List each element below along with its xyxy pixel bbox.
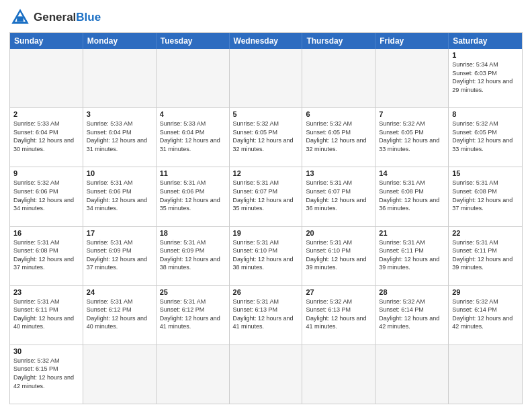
cal-cell-4-0: 23Sunrise: 5:31 AMSunset: 6:11 PMDayligh…: [10, 286, 83, 345]
header-monday: Monday: [83, 33, 157, 49]
cal-cell-0-1: [83, 49, 157, 107]
day-info: Sunrise: 5:31 AMSunset: 6:11 PMDaylight:…: [379, 238, 445, 272]
day-number: 20: [306, 229, 371, 237]
day-number: 2: [13, 110, 79, 118]
header-thursday: Thursday: [302, 33, 375, 49]
calendar-body: 1Sunrise: 5:34 AMSunset: 6:03 PMDaylight…: [10, 49, 522, 404]
day-info: Sunrise: 5:31 AMSunset: 6:10 PMDaylight:…: [306, 238, 371, 272]
day-info: Sunrise: 5:31 AMSunset: 6:08 PMDaylight:…: [379, 179, 445, 212]
day-number: 8: [452, 110, 519, 118]
cal-cell-0-2: [157, 49, 230, 107]
day-number: 5: [233, 110, 299, 118]
cal-cell-0-5: [375, 49, 449, 107]
cal-cell-5-5: [375, 345, 449, 404]
header-tuesday: Tuesday: [157, 33, 230, 49]
day-number: 21: [379, 229, 445, 237]
day-info: Sunrise: 5:31 AMSunset: 6:09 PMDaylight:…: [160, 238, 226, 272]
cal-cell-3-5: 21Sunrise: 5:31 AMSunset: 6:11 PMDayligh…: [375, 227, 449, 285]
week-row-5: 23Sunrise: 5:31 AMSunset: 6:11 PMDayligh…: [10, 286, 522, 345]
logo-icon: [9, 7, 31, 28]
cal-cell-2-6: 15Sunrise: 5:31 AMSunset: 6:08 PMDayligh…: [449, 167, 522, 226]
cal-cell-5-6: [449, 345, 522, 404]
day-number: 4: [160, 110, 226, 118]
cal-cell-1-3: 5Sunrise: 5:32 AMSunset: 6:05 PMDaylight…: [230, 108, 303, 167]
day-info: Sunrise: 5:32 AMSunset: 6:14 PMDaylight:…: [379, 298, 445, 331]
day-info: Sunrise: 5:31 AMSunset: 6:07 PMDaylight:…: [233, 179, 299, 212]
day-info: Sunrise: 5:31 AMSunset: 6:06 PMDaylight:…: [160, 179, 226, 212]
day-number: 12: [233, 169, 299, 177]
day-number: 6: [306, 110, 371, 118]
day-info: Sunrise: 5:31 AMSunset: 6:10 PMDaylight:…: [233, 238, 299, 272]
day-number: 11: [160, 169, 226, 177]
day-info: Sunrise: 5:31 AMSunset: 6:09 PMDaylight:…: [87, 238, 152, 272]
day-info: Sunrise: 5:32 AMSunset: 6:05 PMDaylight:…: [452, 120, 519, 153]
day-info: Sunrise: 5:32 AMSunset: 6:13 PMDaylight:…: [306, 298, 371, 331]
day-info: Sunrise: 5:31 AMSunset: 6:08 PMDaylight:…: [452, 179, 519, 212]
cal-cell-1-0: 2Sunrise: 5:33 AMSunset: 6:04 PMDaylight…: [10, 108, 83, 167]
cal-cell-3-6: 22Sunrise: 5:31 AMSunset: 6:11 PMDayligh…: [449, 227, 522, 285]
day-info: Sunrise: 5:33 AMSunset: 6:04 PMDaylight:…: [160, 120, 226, 153]
header-saturday: Saturday: [449, 33, 522, 49]
day-number: 29: [452, 288, 519, 296]
cal-cell-0-3: [230, 49, 303, 107]
week-row-1: 1Sunrise: 5:34 AMSunset: 6:03 PMDaylight…: [10, 49, 522, 108]
header: GeneralBlue: [9, 7, 523, 28]
day-number: 23: [13, 288, 79, 296]
day-number: 3: [87, 110, 152, 118]
day-info: Sunrise: 5:32 AMSunset: 6:05 PMDaylight:…: [233, 120, 299, 153]
day-info: Sunrise: 5:31 AMSunset: 6:07 PMDaylight:…: [306, 179, 371, 212]
day-number: 26: [233, 288, 299, 296]
day-number: 17: [87, 229, 152, 237]
cal-cell-0-4: [302, 49, 375, 107]
calendar-page: GeneralBlue Sunday Monday Tuesday Wednes…: [0, 0, 532, 411]
cal-cell-1-1: 3Sunrise: 5:33 AMSunset: 6:04 PMDaylight…: [83, 108, 157, 167]
cal-cell-5-1: [83, 345, 157, 404]
cal-cell-2-4: 13Sunrise: 5:31 AMSunset: 6:07 PMDayligh…: [302, 167, 375, 226]
cal-cell-4-4: 27Sunrise: 5:32 AMSunset: 6:13 PMDayligh…: [302, 286, 375, 345]
cal-cell-3-4: 20Sunrise: 5:31 AMSunset: 6:10 PMDayligh…: [302, 227, 375, 285]
day-number: 27: [306, 288, 371, 296]
cal-cell-4-6: 29Sunrise: 5:32 AMSunset: 6:14 PMDayligh…: [449, 286, 522, 345]
day-number: 9: [13, 169, 79, 177]
cal-cell-2-3: 12Sunrise: 5:31 AMSunset: 6:07 PMDayligh…: [230, 167, 303, 226]
calendar: Sunday Monday Tuesday Wednesday Thursday…: [9, 32, 523, 404]
calendar-header-row: Sunday Monday Tuesday Wednesday Thursday…: [10, 33, 522, 49]
day-number: 10: [87, 169, 152, 177]
day-number: 13: [306, 169, 371, 177]
week-row-4: 16Sunrise: 5:31 AMSunset: 6:08 PMDayligh…: [10, 227, 522, 286]
cal-cell-5-2: [157, 345, 230, 404]
day-info: Sunrise: 5:31 AMSunset: 6:11 PMDaylight:…: [13, 298, 79, 331]
day-info: Sunrise: 5:31 AMSunset: 6:11 PMDaylight:…: [452, 238, 519, 272]
day-number: 14: [379, 169, 445, 177]
cal-cell-1-5: 7Sunrise: 5:32 AMSunset: 6:05 PMDaylight…: [375, 108, 449, 167]
cal-cell-5-3: [230, 345, 303, 404]
day-info: Sunrise: 5:33 AMSunset: 6:04 PMDaylight:…: [87, 120, 152, 153]
day-info: Sunrise: 5:32 AMSunset: 6:05 PMDaylight:…: [379, 120, 445, 153]
day-info: Sunrise: 5:31 AMSunset: 6:08 PMDaylight:…: [13, 238, 79, 272]
cal-cell-1-6: 8Sunrise: 5:32 AMSunset: 6:05 PMDaylight…: [449, 108, 522, 167]
day-number: 15: [452, 169, 519, 177]
week-row-2: 2Sunrise: 5:33 AMSunset: 6:04 PMDaylight…: [10, 108, 522, 167]
logo-text: GeneralBlue: [34, 11, 101, 24]
day-info: Sunrise: 5:34 AMSunset: 6:03 PMDaylight:…: [452, 60, 519, 94]
header-wednesday: Wednesday: [230, 33, 303, 49]
day-info: Sunrise: 5:32 AMSunset: 6:05 PMDaylight:…: [306, 120, 371, 153]
day-info: Sunrise: 5:31 AMSunset: 6:12 PMDaylight:…: [160, 298, 226, 331]
cal-cell-2-2: 11Sunrise: 5:31 AMSunset: 6:06 PMDayligh…: [157, 167, 230, 226]
day-info: Sunrise: 5:33 AMSunset: 6:04 PMDaylight:…: [13, 120, 79, 153]
cal-cell-1-4: 6Sunrise: 5:32 AMSunset: 6:05 PMDaylight…: [302, 108, 375, 167]
cal-cell-3-2: 18Sunrise: 5:31 AMSunset: 6:09 PMDayligh…: [157, 227, 230, 285]
day-number: 19: [233, 229, 299, 237]
cal-cell-3-0: 16Sunrise: 5:31 AMSunset: 6:08 PMDayligh…: [10, 227, 83, 285]
day-info: Sunrise: 5:32 AMSunset: 6:15 PMDaylight:…: [13, 357, 79, 390]
day-number: 30: [13, 347, 79, 355]
day-number: 18: [160, 229, 226, 237]
day-number: 22: [452, 229, 519, 237]
week-row-6: 30Sunrise: 5:32 AMSunset: 6:15 PMDayligh…: [10, 345, 522, 404]
day-number: 7: [379, 110, 445, 118]
day-number: 28: [379, 288, 445, 296]
cal-cell-0-6: 1Sunrise: 5:34 AMSunset: 6:03 PMDaylight…: [449, 49, 522, 107]
logo: GeneralBlue: [9, 7, 101, 28]
day-info: Sunrise: 5:31 AMSunset: 6:13 PMDaylight:…: [233, 298, 299, 331]
cal-cell-3-1: 17Sunrise: 5:31 AMSunset: 6:09 PMDayligh…: [83, 227, 157, 285]
